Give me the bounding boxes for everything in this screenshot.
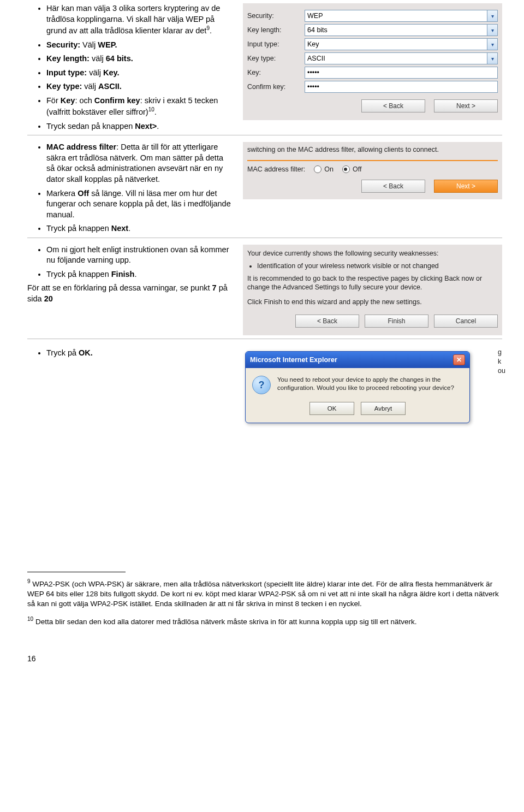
warn-intro: Your device currently shows the followin… <box>247 249 498 258</box>
key-input[interactable]: ••••• <box>305 67 498 79</box>
ie-dialog: Microsoft Internet Explorer ✕ ? You need… <box>245 351 470 423</box>
list-item: Om ni gjort helt enligt instruktionen ov… <box>46 245 232 266</box>
warn-rec: It is recommended to go back to the resp… <box>247 274 498 293</box>
inputtype-label: Input type: <box>247 40 305 48</box>
list-item: Input type: välj Key. <box>46 68 232 79</box>
chevron-down-icon: ▾ <box>487 25 497 35</box>
mac-on-radio[interactable] <box>314 165 321 173</box>
keylength-select[interactable]: 64 bits▾ <box>305 24 498 36</box>
warning-panel: Your device currently shows the followin… <box>243 245 502 335</box>
section4-bullets: Tryck på OK. <box>27 348 232 359</box>
list-item: MAC address filter: Detta är till för at… <box>46 142 232 185</box>
back-button[interactable]: < Back <box>361 180 425 193</box>
page-number: 16 <box>27 654 502 663</box>
section3-after: För att se en förklaring på dessa varnin… <box>27 283 232 304</box>
dialog-title: Microsoft Internet Explorer <box>250 356 337 364</box>
question-icon: ? <box>252 376 271 394</box>
chevron-down-icon: ▾ <box>487 53 497 64</box>
finish-button[interactable]: Finish <box>365 315 428 328</box>
footnotes: 9 WPA2-PSK (och WPA-PSK) är säkrare, men… <box>27 572 502 627</box>
side-letters: g k ou <box>498 348 505 376</box>
ok-button[interactable]: OK <box>309 402 354 415</box>
keytype-label: Key type: <box>247 55 305 62</box>
keylength-label: Key length: <box>247 26 305 34</box>
mac-text: switching on the MAC address filter, all… <box>247 145 498 155</box>
divider <box>247 160 498 161</box>
next-button[interactable]: Next > <box>434 180 498 193</box>
back-button[interactable]: < Back <box>295 315 359 328</box>
chevron-down-icon: ▾ <box>487 39 497 50</box>
section1-bullets: Här kan man välja 3 olika sorters krypte… <box>27 3 232 132</box>
list-item: För Key: och Confirm key: skriv i exakt … <box>46 96 232 118</box>
list-item: Markera Off så länge. Vill ni läsa mer o… <box>46 188 232 221</box>
list-item: Tryck på knappen Next. <box>46 223 232 234</box>
chevron-down-icon: ▾ <box>487 10 497 21</box>
inputtype-select[interactable]: Key▾ <box>305 38 498 50</box>
list-item: Tryck på OK. <box>46 348 232 359</box>
list-item: Tryck på knappen Finish. <box>46 269 232 280</box>
mac-filter-label: MAC address filter: <box>247 165 305 173</box>
list-item: Här kan man välja 3 olika sorters krypte… <box>46 3 232 37</box>
mac-off-radio[interactable] <box>342 165 350 173</box>
close-icon[interactable]: ✕ <box>453 354 465 365</box>
footnote-10: 10 Detta blir sedan den kod alla datorer… <box>27 615 502 627</box>
mac-panel: switching on the MAC address filter, all… <box>243 142 502 199</box>
list-item: Tryck sedan på knappen Next>. <box>46 121 232 132</box>
section3-bullets: Om ni gjort helt enligt instruktionen ov… <box>27 245 232 280</box>
section2-bullets: MAC address filter: Detta är till för at… <box>27 142 232 234</box>
list-item: Security: Välj WEP. <box>46 40 232 51</box>
security-panel: Security: WEP▾ Key length: 64 bits▾ Inpu… <box>243 3 502 120</box>
cancel-button[interactable]: Avbryt <box>361 402 406 415</box>
security-label: Security: <box>247 12 305 20</box>
dialog-message: You need to reboot your device to apply … <box>277 376 463 394</box>
next-button[interactable]: Next > <box>434 99 498 112</box>
confirmkey-input[interactable]: ••••• <box>305 81 498 93</box>
key-label: Key: <box>247 69 305 76</box>
security-select[interactable]: WEP▾ <box>305 10 498 22</box>
mac-off-label: Off <box>353 165 361 173</box>
mac-on-label: On <box>324 165 334 173</box>
warn-fin: Click Finish to end this wizard and appl… <box>247 298 498 307</box>
confirmkey-label: Confirm key: <box>247 83 305 91</box>
footnote-9: 9 WPA2-PSK (och WPA-PSK) är säkrare, men… <box>27 578 502 609</box>
list-item: Key length: välj 64 bits. <box>46 54 232 64</box>
cancel-button[interactable]: Cancel <box>434 315 498 328</box>
back-button[interactable]: < Back <box>361 99 425 112</box>
warn-item: Identification of your wireless network … <box>257 262 498 271</box>
list-item: Key type: välj ASCII. <box>46 81 232 92</box>
keytype-select[interactable]: ASCII▾ <box>305 52 498 64</box>
